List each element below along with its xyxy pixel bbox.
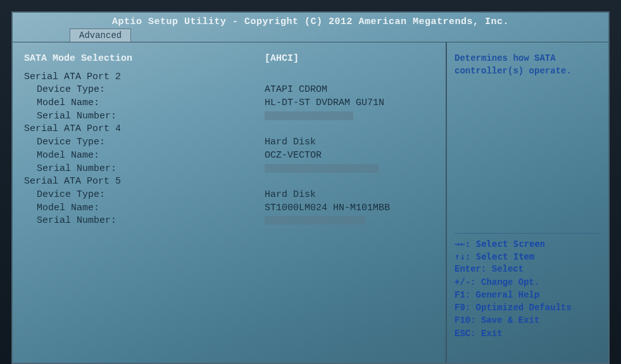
- port-header: Serial ATA Port 2: [24, 71, 434, 84]
- redacted-serial: [265, 111, 353, 120]
- redacted-serial: [265, 216, 366, 225]
- sata-mode-value: [AHCI]: [265, 53, 434, 66]
- title-bar: Aptio Setup Utility - Copyright (C) 2012…: [13, 13, 608, 28]
- device-type-value: Hard Disk: [265, 189, 434, 202]
- nav-select-screen: →←: Select Screen: [455, 237, 601, 250]
- bios-screen: Aptio Setup Utility - Copyright (C) 2012…: [11, 11, 610, 364]
- port4-device-type-row: Device Type: Hard Disk: [24, 136, 434, 149]
- serial-value: [265, 110, 434, 123]
- content-area: SATA Mode Selection [AHCI] Serial ATA Po…: [13, 42, 608, 363]
- port-header: Serial ATA Port 4: [24, 123, 434, 136]
- port4-header: Serial ATA Port 4: [24, 123, 265, 136]
- tab-advanced[interactable]: Advanced: [70, 28, 131, 42]
- serial-label: Serial Number:: [24, 110, 265, 123]
- port2-device-type-row: Device Type: ATAPI CDROM: [24, 84, 434, 97]
- sata-mode-selection[interactable]: SATA Mode Selection [AHCI]: [24, 53, 434, 66]
- device-type-value: Hard Disk: [265, 136, 434, 149]
- separator: [455, 233, 601, 234]
- help-text: Determines how SATA controller(s) operat…: [455, 53, 601, 77]
- port5-device-type-row: Device Type: Hard Disk: [24, 189, 434, 202]
- nav-f1: F1: General Help: [455, 289, 601, 301]
- port2-serial-row: Serial Number:: [24, 110, 434, 123]
- model-label: Model Name:: [24, 149, 265, 163]
- model-value: HL-DT-ST DVDRAM GU71N: [265, 97, 434, 110]
- nav-enter: Enter: Select: [455, 263, 601, 275]
- nav-f9: F9: Optimized Defaults: [455, 301, 601, 314]
- device-type-value: ATAPI CDROM: [265, 84, 434, 97]
- serial-label: Serial Number:: [24, 163, 265, 176]
- device-type-label: Device Type:: [24, 189, 265, 202]
- nav-change: +/-: Change Opt.: [455, 276, 601, 289]
- tab-row: Advanced: [13, 28, 608, 42]
- model-label: Model Name:: [24, 202, 265, 215]
- port2-model-row: Model Name: HL-DT-ST DVDRAM GU71N: [24, 97, 434, 110]
- port-header: Serial ATA Port 5: [24, 175, 434, 189]
- device-type-label: Device Type:: [24, 136, 265, 149]
- side-panel: Determines how SATA controller(s) operat…: [447, 42, 608, 363]
- nav-esc: ESC: Exit: [455, 327, 601, 340]
- redacted-serial: [265, 164, 379, 173]
- model-label: Model Name:: [24, 97, 265, 110]
- port4-serial-row: Serial Number:: [24, 163, 434, 176]
- model-value: OCZ-VECTOR: [265, 149, 434, 163]
- port5-serial-row: Serial Number:: [24, 215, 434, 228]
- port2-header: Serial ATA Port 2: [24, 71, 265, 84]
- serial-value: [265, 163, 434, 176]
- nav-select-item: ↑↓: Select Item: [455, 250, 601, 263]
- device-type-label: Device Type:: [24, 84, 265, 97]
- port4-model-row: Model Name: OCZ-VECTOR: [24, 149, 434, 163]
- port5-header: Serial ATA Port 5: [24, 175, 265, 189]
- model-value: ST1000LM024 HN-M101MBB: [265, 202, 434, 215]
- serial-label: Serial Number:: [24, 215, 265, 228]
- sata-mode-label: SATA Mode Selection: [24, 53, 265, 66]
- nav-help: →←: Select Screen ↑↓: Select Item Enter:…: [455, 233, 601, 340]
- main-panel: SATA Mode Selection [AHCI] Serial ATA Po…: [13, 42, 447, 363]
- serial-value: [265, 215, 434, 228]
- port5-model-row: Model Name: ST1000LM024 HN-M101MBB: [24, 202, 434, 215]
- nav-f10: F10: Save & Exit: [455, 314, 601, 327]
